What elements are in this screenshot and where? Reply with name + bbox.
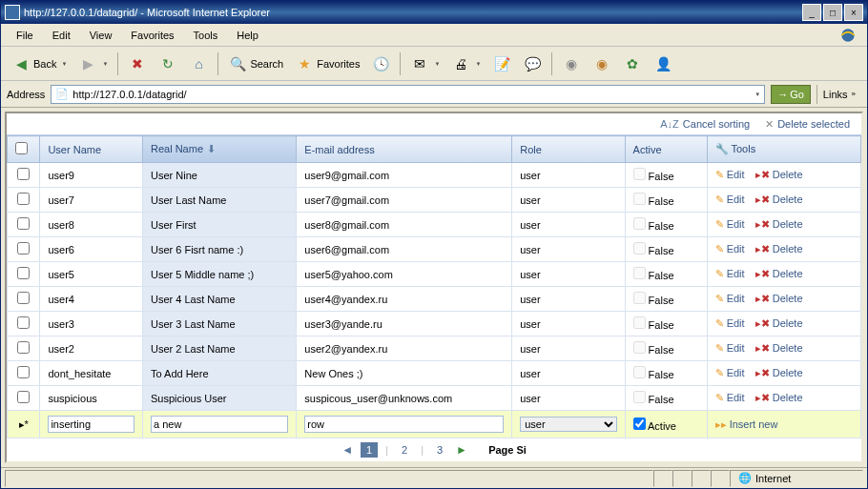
header-email[interactable]: E-mail address	[297, 136, 512, 163]
pager-prev[interactable]: ◄	[341, 443, 353, 457]
edit-icon: ✎	[715, 268, 724, 279]
cell-username: dont_hesitate	[40, 361, 143, 386]
addressbar: Address 📄 ▼ → Go Links »	[1, 81, 867, 108]
pager-page-2[interactable]: 2	[396, 442, 413, 458]
pager-page-1[interactable]: 1	[361, 442, 378, 458]
delete-selected-button[interactable]: ✕ Delete selected	[765, 118, 850, 131]
row-checkbox[interactable]	[17, 267, 30, 279]
row-checkbox[interactable]	[17, 193, 30, 205]
chevron-down-icon: ▼	[61, 61, 67, 67]
menu-view[interactable]: View	[82, 28, 120, 43]
header-username[interactable]: User Name	[40, 136, 143, 163]
menu-tools[interactable]: Tools	[186, 28, 226, 43]
pager-page-3[interactable]: 3	[431, 442, 448, 458]
delete-button[interactable]: Delete	[773, 293, 803, 304]
row-checkbox[interactable]	[17, 391, 30, 403]
row-checkbox[interactable]	[17, 316, 30, 329]
tool-button-4[interactable]: 👤	[649, 51, 677, 77]
back-button[interactable]: ◀ Back ▼	[7, 51, 72, 77]
go-label: Go	[790, 89, 804, 100]
history-button[interactable]: 🕓	[366, 51, 395, 77]
insert-button[interactable]: Insert new	[730, 418, 778, 430]
table-row: user6User 6 Fisrt name :)user6@gmail.com…	[8, 237, 861, 262]
forward-button[interactable]: ▶▼	[73, 51, 113, 77]
delete-button[interactable]: Delete	[773, 367, 803, 378]
insert-email-input[interactable]	[304, 416, 504, 433]
discuss-button[interactable]: 💬	[518, 51, 547, 77]
edit-button[interactable]: Edit	[727, 367, 745, 378]
edit-button[interactable]: Edit	[727, 243, 745, 255]
cancel-sort-button[interactable]: A↓Z Cancel sorting	[660, 118, 750, 130]
cell-username: user9	[40, 163, 143, 188]
insert-marker: ▸*	[8, 411, 40, 438]
statusbar: 🌐 Internet	[1, 467, 867, 488]
header-realname[interactable]: Real Name⬇	[142, 136, 296, 163]
edit-button[interactable]: Edit	[727, 268, 745, 279]
edit-button[interactable]: Edit	[727, 392, 745, 403]
insert-active-checkbox[interactable]	[633, 418, 646, 430]
tool-button-1[interactable]: ◉	[557, 51, 586, 77]
maximize-button[interactable]: □	[823, 4, 842, 21]
minimize-button[interactable]: _	[802, 4, 821, 21]
cell-role: user	[512, 336, 625, 361]
row-checkbox[interactable]	[17, 366, 30, 378]
go-button[interactable]: → Go	[771, 85, 811, 104]
insert-realname-input[interactable]	[151, 416, 288, 433]
address-label: Address	[7, 89, 45, 100]
tool-button-2[interactable]: ◉	[588, 51, 616, 77]
edit-button[interactable]: Edit	[727, 317, 745, 329]
search-button[interactable]: 🔍Search	[223, 51, 288, 77]
menu-edit[interactable]: Edit	[45, 28, 78, 43]
cell-email: user7@gmail.com	[297, 188, 512, 213]
edit-button[interactable]: Edit	[727, 169, 745, 180]
insert-username-input[interactable]	[48, 416, 134, 433]
home-button[interactable]: ⌂	[184, 51, 213, 77]
row-checkbox[interactable]	[17, 242, 30, 255]
cell-tools: ✎ Edit ▸✖ Delete	[707, 386, 860, 411]
menu-favorites[interactable]: Favorites	[123, 28, 181, 43]
tool-button-3[interactable]: ✿	[618, 51, 647, 77]
delete-selected-label: Delete selected	[777, 118, 850, 130]
select-all-checkbox[interactable]	[15, 142, 28, 154]
edit-icon: ✎	[715, 243, 724, 255]
mail-button[interactable]: ✉▼	[405, 51, 444, 77]
active-checkbox	[633, 391, 646, 403]
chevron-down-icon[interactable]: ▼	[754, 92, 760, 97]
header-role[interactable]: Role	[512, 136, 625, 163]
row-checkbox[interactable]	[17, 217, 30, 230]
close-button[interactable]: ×	[844, 4, 863, 21]
delete-button[interactable]: Delete	[773, 169, 803, 180]
delete-button[interactable]: Delete	[773, 317, 803, 329]
edit-button[interactable]: Edit	[727, 218, 745, 230]
delete-button[interactable]: Delete	[773, 218, 803, 230]
edit-page-button[interactable]: 📝	[487, 51, 516, 77]
insert-role-select[interactable]: user	[520, 417, 616, 432]
delete-icon: ▸✖	[755, 169, 770, 180]
edit-button[interactable]: Edit	[727, 293, 745, 304]
delete-button[interactable]: Delete	[773, 243, 803, 255]
links-section[interactable]: Links »	[816, 85, 861, 104]
print-button[interactable]: 🖨▼	[446, 51, 486, 77]
pager-next[interactable]: ►	[456, 443, 467, 457]
delete-icon: ▸✖	[755, 392, 770, 403]
search-label: Search	[250, 58, 283, 70]
row-checkbox[interactable]	[17, 341, 30, 354]
delete-button[interactable]: Delete	[773, 392, 803, 403]
refresh-button[interactable]: ↻	[154, 51, 182, 77]
favorites-button[interactable]: ★Favorites	[290, 51, 364, 77]
menu-help[interactable]: Help	[229, 28, 266, 43]
edit-button[interactable]: Edit	[727, 194, 745, 205]
cell-realname: Suspicious User	[142, 386, 296, 411]
edit-button[interactable]: Edit	[727, 342, 745, 354]
row-checkbox[interactable]	[17, 292, 30, 304]
stop-button[interactable]: ✖	[123, 51, 152, 77]
delete-button[interactable]: Delete	[773, 268, 803, 279]
row-checkbox[interactable]	[17, 168, 30, 180]
delete-button[interactable]: Delete	[773, 342, 803, 354]
menu-file[interactable]: File	[9, 28, 41, 43]
delete-button[interactable]: Delete	[773, 194, 803, 205]
address-input[interactable]	[72, 89, 749, 100]
mail-icon: ✉	[410, 54, 429, 73]
header-active[interactable]: Active	[625, 136, 707, 163]
svg-point-0	[841, 29, 854, 41]
